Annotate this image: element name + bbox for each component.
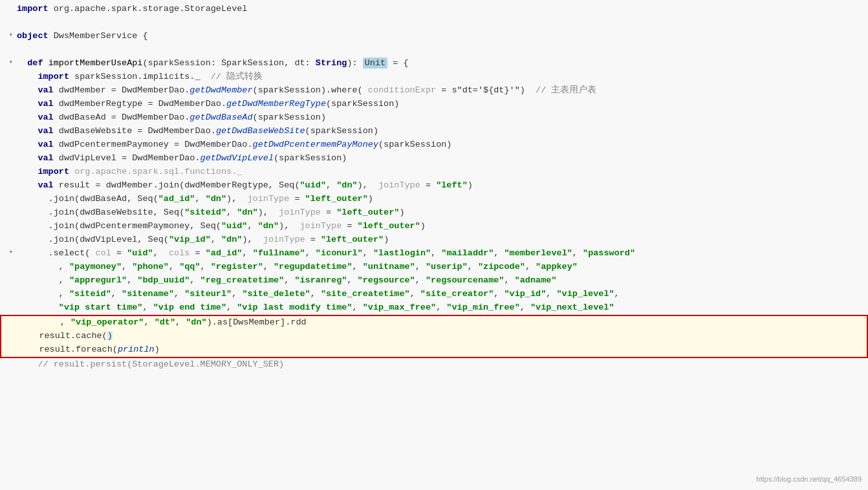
line-content: val dwdBaseAd = DwdMemberDao.getDwdBaseA… [16, 111, 868, 125]
code-line: import sparkSession.implicits._ // 隐式转换 [0, 70, 868, 84]
code-line: , "appregurl", "bdp_uuid", "reg_createti… [0, 274, 868, 288]
code-line: result.foreach(println) [1, 343, 867, 357]
line-gutter: ▾ [0, 57, 16, 68]
line-content: object DwsMemberService { [16, 30, 868, 43]
line-content: .join(dwdVipLevel, Seq("vip_id", "dn"), … [16, 233, 868, 247]
code-line: val dwdBaseWebsite = DwdMemberDao.getDwd… [0, 125, 868, 138]
code-line: result.cache() [1, 330, 867, 343]
code-editor: import org.apache.spark.storage.StorageL… [0, 0, 868, 490]
code-line: // result.persist(StorageLevel.MEMORY_ON… [0, 358, 868, 372]
line-content: val dwdVipLevel = DwdMemberDao.getDwdVip… [16, 152, 868, 165]
line-content: "vip start time", "vip end time", "vip l… [16, 301, 868, 315]
code-line: ▾object DwsMemberService { [0, 30, 868, 43]
code-line: , "paymoney", "phone", "qq", "register",… [0, 261, 868, 274]
line-content: , "paymoney", "phone", "qq", "register",… [16, 261, 868, 274]
code-line: ▾ def importMemberUseApi(sparkSession: S… [0, 57, 868, 70]
line-content: , "siteid", "sitename", "siteurl", "site… [16, 288, 868, 301]
line-content: result.cache() [17, 330, 867, 343]
code-line: import org.apache.spark.sql.functions._ [0, 165, 868, 179]
code-line: val dwdBaseAd = DwdMemberDao.getDwdBaseA… [0, 111, 868, 125]
code-line: import org.apache.spark.storage.StorageL… [0, 3, 868, 16]
line-content: import sparkSession.implicits._ // 隐式转换 [16, 70, 868, 84]
code-line: val dwdPcentermemPaymoney = DwdMemberDao… [0, 138, 868, 152]
line-content: .join(dwdBaseWebsite, Seq("siteid", "dn"… [16, 206, 868, 220]
code-line: , "siteid", "sitename", "siteurl", "site… [0, 288, 868, 301]
line-content: import org.apache.spark.storage.StorageL… [16, 3, 868, 16]
code-line: val result = dwdMember.join(dwdMemberReg… [0, 179, 868, 193]
line-content: val dwdBaseWebsite = DwdMemberDao.getDwd… [16, 125, 868, 138]
line-gutter: ▾ [0, 247, 16, 258]
code-line: .join(dwdBaseWebsite, Seq("siteid", "dn"… [0, 206, 868, 220]
line-content: val dwdPcentermemPaymoney = DwdMemberDao… [16, 138, 868, 152]
code-line: val dwdMemberRegtype = DwdMemberDao.getD… [0, 98, 868, 111]
line-content: , "appregurl", "bdp_uuid", "reg_createti… [16, 274, 868, 288]
line-content: , "vip_operator", "dt", "dn").as[DwsMemb… [17, 316, 867, 330]
code-line: val dwdMember = DwdMemberDao.getDwdMembe… [0, 84, 868, 98]
line-content: // result.persist(StorageLevel.MEMORY_ON… [16, 358, 868, 372]
line-content: .join(dwdPcentermemPaymoney, Seq("uid", … [16, 220, 868, 233]
code-line [0, 43, 868, 57]
line-content: val dwdMember = DwdMemberDao.getDwdMembe… [16, 84, 868, 98]
line-gutter: ▾ [0, 30, 16, 41]
line-content: .join(dwdBaseAd, Seq("ad_id", "dn"), joi… [16, 193, 868, 206]
code-line: .join(dwdBaseAd, Seq("ad_id", "dn"), joi… [0, 193, 868, 206]
code-line: "vip start time", "vip end time", "vip l… [0, 301, 868, 315]
code-line: .join(dwdVipLevel, Seq("vip_id", "dn"), … [0, 233, 868, 247]
code-line [0, 16, 868, 30]
code-line: , "vip_operator", "dt", "dn").as[DwsMemb… [1, 316, 867, 330]
code-line: val dwdVipLevel = DwdMemberDao.getDwdVip… [0, 152, 868, 165]
line-content: result.foreach(println) [17, 343, 867, 357]
line-content: def importMemberUseApi(sparkSession: Spa… [16, 57, 868, 70]
line-content: val dwdMemberRegtype = DwdMemberDao.getD… [16, 98, 868, 111]
code-line: .join(dwdPcentermemPaymoney, Seq("uid", … [0, 220, 868, 233]
line-content: import org.apache.spark.sql.functions._ [16, 165, 868, 179]
code-area: import org.apache.spark.storage.StorageL… [0, 0, 868, 374]
watermark: https://blog.csdn.net/qq_4654389 [756, 474, 862, 485]
highlighted-block: , "vip_operator", "dt", "dn").as[DwsMemb… [0, 315, 868, 358]
line-content: val result = dwdMember.join(dwdMemberReg… [16, 179, 868, 193]
code-line: ▾ .select( col = "uid", cols = "ad_id", … [0, 247, 868, 261]
line-content: .select( col = "uid", cols = "ad_id", "f… [16, 247, 868, 261]
